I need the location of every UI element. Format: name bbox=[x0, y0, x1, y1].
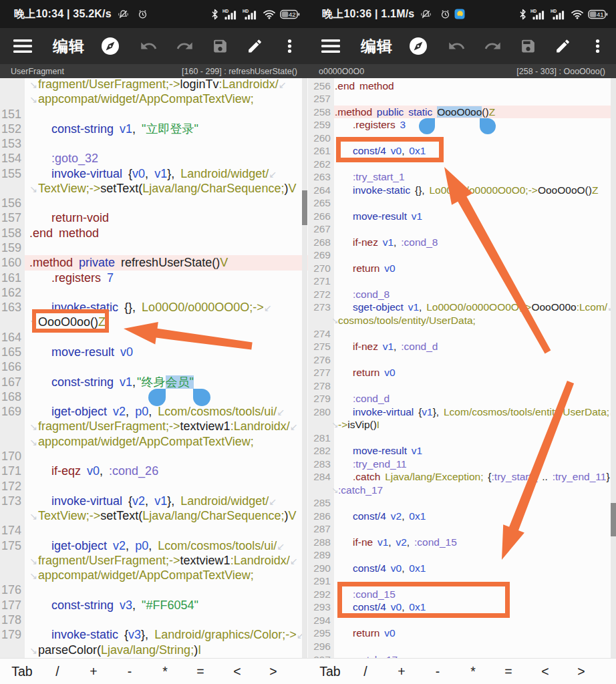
svg-text:HD: HD bbox=[222, 9, 229, 13]
svg-text:HD: HD bbox=[243, 9, 249, 13]
svg-text:41: 41 bbox=[597, 11, 604, 18]
svg-text:HD: HD bbox=[530, 9, 537, 13]
svg-text:42: 42 bbox=[289, 11, 296, 18]
svg-text:HD: HD bbox=[551, 9, 557, 13]
